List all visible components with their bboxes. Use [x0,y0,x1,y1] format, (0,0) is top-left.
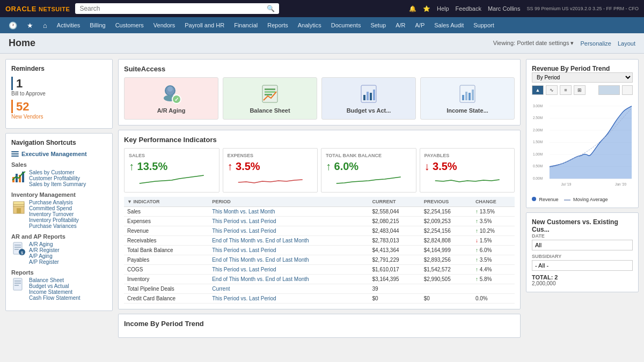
nav-billing[interactable]: Billing [85,19,109,32]
cell-current: $0 [369,294,421,304]
table-row: Inventory End of This Month vs. End of L… [124,275,515,284]
link-balance-sheet[interactable]: Balance Sheet [29,277,80,283]
nav-customers[interactable]: Customers [111,19,148,32]
reminder-label-vendors[interactable]: New Vendors [11,114,107,120]
nav-payroll-hr[interactable]: Payroll and HR [180,19,229,32]
table-row: Total Bank Balance This Period vs. Last … [124,246,515,255]
shortcut-exec-header[interactable]: Executive Management [11,151,107,157]
nav-reports[interactable]: Reports [263,19,292,32]
cell-period[interactable]: This Period vs. Last Period [209,217,369,226]
kpi-card-sales: SALES ↑ 13.5% [124,148,219,193]
table-row: Expenses This Period vs. Last Period $2,… [124,217,515,226]
cell-current: $2,783,013 [369,236,421,246]
cell-indicator: COGS [124,265,209,275]
home-icon[interactable]: ⌂ [39,19,52,32]
inventory-icon [11,200,26,215]
layout-button[interactable]: Layout [618,40,635,47]
nav-sales-audit[interactable]: Sales Audit [430,19,468,32]
cell-current: $2,483,044 [369,226,421,236]
help-link[interactable]: Help [437,5,449,12]
nav-setup[interactable]: Setup [366,19,390,32]
cell-previous: $2,254,156 [421,207,472,217]
subsidiary-select[interactable]: - All - [532,260,633,271]
date-input[interactable] [532,240,633,250]
zoom-chart-tool[interactable] [598,85,620,95]
link-customer-profitability[interactable]: Customer Profitability [29,175,86,181]
suite-card-budget[interactable]: Budget vs Act... [321,77,416,120]
recent-icon[interactable]: 🕐 [4,19,21,32]
reminder-vendors: 52 New Vendors [11,100,107,120]
link-sales-by-item[interactable]: Sales by Item Summary [29,181,86,187]
cell-indicator: Total Pipeline Deals [124,284,209,294]
cell-period[interactable]: This Period vs. Last Period [209,226,369,236]
suite-card-income[interactable]: Income State... [420,77,515,120]
period-select[interactable]: By Period By Quarter By Year [532,72,633,83]
cell-period[interactable]: This Period vs. Last Period [209,246,369,255]
bar-chart-tool[interactable]: ≡ [560,85,572,95]
kpi-value-sales: ↑ 13.5% [129,160,215,173]
link-budget-vs-actual[interactable]: Budget vs Actual [29,283,80,289]
suite-card-balance-sheet[interactable]: Balance Sheet [223,77,317,120]
suite-card-ar-aging[interactable]: ✓ A/R Aging [124,77,218,120]
cell-period[interactable]: This Period vs. Last Period [209,265,369,275]
shortcut-ar-item: $ A/R Aging A/R Register A/P Aging A/P R… [11,241,107,265]
link-committed-spend[interactable]: Committed Spend [29,205,79,211]
link-inventory-profitability[interactable]: Inventory Profitability [29,217,79,223]
cell-period[interactable]: End of This Month vs. End of Last Month [209,255,369,265]
personalize-button[interactable]: Personalize [580,40,611,47]
line-chart-tool[interactable]: ∿ [546,85,558,95]
favorites-icon[interactable]: ★ [23,19,38,32]
table-row: Payables End of This Month vs. End of La… [124,255,515,265]
link-purchase-variances[interactable]: Purchase Variances [29,223,79,229]
svg-text:0.00M: 0.00M [533,176,543,180]
svg-rect-26 [265,91,275,93]
cell-period[interactable]: End of This Month vs. End of Last Month [209,275,369,284]
cell-period[interactable]: End of This Month vs. End of Last Month [209,236,369,246]
svg-rect-27 [265,94,272,95]
cell-period[interactable]: This Month vs. Last Month [209,207,369,217]
svg-text:1.00M: 1.00M [533,152,543,156]
feedback-link[interactable]: Feedback [456,5,481,12]
cell-change: ↑ 5.8% [472,275,515,284]
nav-ar[interactable]: A/R [391,19,409,32]
nav-activities[interactable]: Activities [53,19,84,32]
area-chart-tool[interactable]: ▲ [532,85,544,95]
search-bar[interactable]: 🔍 [75,3,279,14]
link-ap-aging[interactable]: A/P Aging [29,253,60,259]
range-chart-tool[interactable] [622,85,633,95]
link-ap-register[interactable]: A/P Register [29,259,60,265]
total-value: 2,000,000 [532,280,633,286]
nav-ap[interactable]: A/P [411,19,429,32]
nav-shortcuts-title: Navigation Shortcuts [11,139,107,146]
link-purchase-analysis[interactable]: Purchase Analysis [29,200,79,205]
nav-support[interactable]: Support [469,19,499,32]
svg-text:Jan '20: Jan '20 [615,182,626,186]
revenue-chart-title: Revenue By Period Trend [532,65,633,72]
balance-sheet-label: Balance Sheet [250,107,290,114]
reminders-title: Reminders [11,65,107,72]
link-inventory-turnover[interactable]: Inventory Turnover [29,211,79,217]
nav-documents[interactable]: Documents [327,19,365,32]
nav-financial[interactable]: Financial [230,19,262,32]
svg-rect-25 [265,88,275,90]
cell-period[interactable]: Current [209,284,369,294]
kpi-label-sales: SALES [129,153,215,158]
search-input[interactable] [79,5,264,12]
svg-rect-32 [373,90,375,100]
balance-sheet-icon [259,83,281,105]
user-role: SS 99 Premium US v2019.2.0 3.25 - FF PRM… [526,6,639,11]
table-chart-tool[interactable]: ⊞ [574,85,586,95]
nav-analytics[interactable]: Analytics [294,19,326,32]
cell-period[interactable]: This Period vs. Last Period [209,294,369,304]
link-ar-register[interactable]: A/R Register [29,247,60,253]
star-icon[interactable]: ⭐ [423,5,430,12]
link-cash-flow[interactable]: Cash Flow Statement [29,295,80,301]
link-ar-aging[interactable]: A/R Aging [29,241,60,247]
suite-access-box: SuiteAccess ✓ A/R Aging [118,59,521,125]
link-income-statement[interactable]: Income Statement [29,289,80,295]
link-sales-by-customer[interactable]: Sales by Customer [29,169,86,175]
notifications-icon[interactable]: 🔔 [409,5,416,12]
nav-vendors[interactable]: Vendors [149,19,179,32]
reminder-label-bills[interactable]: Bill to Approve [11,91,107,97]
user-name[interactable]: Marc Collins [488,5,521,12]
